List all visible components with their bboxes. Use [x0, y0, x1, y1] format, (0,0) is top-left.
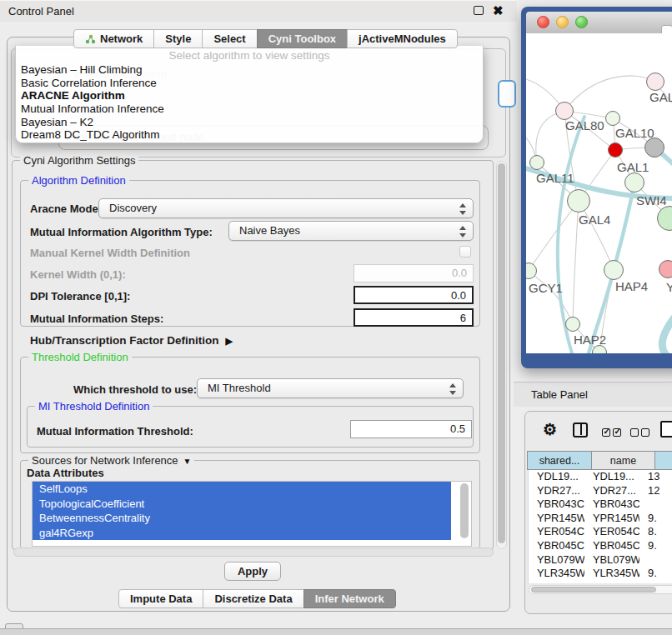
- dropdown-item[interactable]: Bayesian – K2: [16, 116, 483, 129]
- table-row[interactable]: YDR27...YDR27...12: [529, 484, 672, 498]
- mi-algorithm-type-select[interactable]: Naive Bayes: [228, 221, 474, 241]
- attribute-item[interactable]: BetweennessCentrality: [33, 511, 451, 526]
- background-focused-control: [498, 80, 516, 108]
- node-label: HAP2: [574, 332, 606, 347]
- table-row[interactable]: YBR045CYBR045C9.: [529, 539, 672, 553]
- attribute-item[interactable]: gal4RGexp: [33, 526, 451, 541]
- settings-vertical-scrollbar[interactable]: [496, 161, 507, 549]
- close-traffic-icon[interactable]: [537, 16, 549, 28]
- list-scrollbar[interactable]: [460, 483, 469, 542]
- network-node[interactable]: [646, 72, 664, 91]
- column-header[interactable]: A: [654, 451, 672, 470]
- dropdown-item[interactable]: Bayesian – Hill Climbing: [16, 63, 483, 77]
- node-label: GAL: [649, 90, 672, 104]
- mi-threshold-label: Mutual Information Threshold:: [37, 425, 193, 438]
- dropdown-item[interactable]: ARACNE Algorithm: [16, 89, 483, 102]
- table-cell: 9: [639, 581, 672, 583]
- aracne-mode-select[interactable]: Discovery: [98, 198, 474, 218]
- mi-algorithm-type-label: Mutual Information Algorithm Type:: [30, 226, 213, 238]
- attribute-item[interactable]: SelfLoops: [33, 482, 451, 497]
- dpi-tolerance-input[interactable]: 0.0: [354, 286, 474, 304]
- hub-section-toggle[interactable]: Hub/Transcription Factor Definition▶: [30, 334, 233, 347]
- table-row[interactable]: YIL052CYIL052C9: [529, 581, 672, 583]
- table-row[interactable]: YPR145WYPR145W9.: [529, 512, 672, 526]
- network-node[interactable]: [608, 142, 623, 158]
- tab-cyni-toolbox[interactable]: Cyni Toolbox: [257, 29, 348, 48]
- table-cell: YLR345W: [529, 567, 584, 581]
- tab-style[interactable]: Style: [153, 29, 203, 48]
- table-horizontal-scrollbar[interactable]: [529, 585, 672, 594]
- network-node[interactable]: [659, 260, 672, 278]
- network-node[interactable]: [529, 155, 544, 170]
- table-row[interactable]: YDL19...YDL19...13: [529, 470, 672, 484]
- table-cell: 9.: [639, 512, 672, 526]
- hub-section-label: Hub/Transcription Factor Definition: [30, 334, 219, 347]
- which-threshold-select[interactable]: MI Threshold: [197, 378, 464, 398]
- scrollbar-thumb[interactable]: [498, 163, 505, 543]
- network-node[interactable]: [624, 172, 644, 192]
- tab-network[interactable]: Network: [73, 29, 154, 48]
- tab-discretize-data[interactable]: Discretize Data: [203, 589, 303, 608]
- tab-impute-data[interactable]: Impute Data: [118, 589, 203, 608]
- column-header[interactable]: shared...: [527, 451, 592, 470]
- network-node[interactable]: [644, 138, 664, 158]
- table-cell: YBL079W: [529, 553, 584, 568]
- network-window-titlebar[interactable]: [526, 12, 672, 33]
- mi-steps-input[interactable]: 6: [354, 308, 474, 327]
- network-node[interactable]: [555, 102, 574, 120]
- table-cell: YLR345W: [584, 567, 639, 581]
- table-cell: YER054C: [529, 525, 584, 539]
- tab-label: jActiveMNodules: [359, 32, 446, 45]
- stepper-arrows-icon: [459, 225, 466, 238]
- data-attributes-list[interactable]: SelfLoopsTopologicalCoefficientBetweenne…: [32, 481, 472, 547]
- mi-threshold-input[interactable]: 0.5: [350, 420, 472, 438]
- tab-infer-network[interactable]: Infer Network: [303, 589, 396, 608]
- expand-arrow-icon[interactable]: ▶: [226, 336, 233, 347]
- zoom-traffic-icon[interactable]: [575, 16, 588, 28]
- manual-kernel-checkbox[interactable]: [459, 246, 471, 258]
- select-all-checkboxes-icon[interactable]: [602, 425, 624, 440]
- table-row[interactable]: YER054CYER054C8.: [529, 525, 672, 539]
- node-label: SWI4: [636, 193, 667, 208]
- table-cell: YPR145W: [529, 512, 584, 526]
- attribute-item[interactable]: TopologicalCoefficient: [33, 497, 451, 512]
- table-window: ⚙ shared...nameA YDL19...YDL19...13YDR27…: [524, 411, 672, 614]
- table-row[interactable]: YBR043CYBR043C: [529, 498, 672, 512]
- collapse-arrow-icon[interactable]: ▼: [183, 457, 192, 466]
- algorithm-definition-title: Algorithm Definition: [28, 174, 129, 187]
- sources-title: Sources for Network Inference▼: [28, 454, 194, 467]
- dropdown-item[interactable]: Basic Correlation Inference: [16, 77, 483, 90]
- column-header[interactable]: name: [591, 451, 655, 470]
- table-cell: 8.: [639, 525, 672, 539]
- apply-button[interactable]: Apply: [224, 562, 281, 581]
- network-node[interactable]: [605, 111, 620, 126]
- table-body[interactable]: YDL19...YDL19...13YDR27...YDR27...12YBR0…: [528, 470, 672, 583]
- minimize-traffic-icon[interactable]: [556, 16, 569, 28]
- gear-icon[interactable]: ⚙: [543, 422, 557, 438]
- table-cell: [639, 553, 672, 568]
- dropdown-item[interactable]: Mutual Information Inference: [16, 102, 483, 116]
- kernel-width-input[interactable]: 0.0: [354, 264, 474, 282]
- columns-icon[interactable]: [573, 422, 588, 438]
- kernel-width-label: Kernel Width (0,1):: [30, 268, 126, 281]
- close-icon[interactable]: ✖: [493, 1, 504, 21]
- scrollbar-thumb[interactable]: [531, 587, 656, 592]
- network-canvas[interactable]: GALGAL80GAL10GAL1GAL11SWI4GAL4GCY1HAP4YH…: [526, 33, 672, 353]
- file-icon[interactable]: [660, 421, 672, 438]
- table-row[interactable]: YBL079WYBL079W: [529, 553, 672, 568]
- cyni-settings-title: Cyni Algorithm Settings: [20, 154, 138, 167]
- node-label: GAL80: [565, 118, 604, 132]
- table-row[interactable]: YLR345WYLR345W9.: [529, 567, 672, 581]
- scrollbar-thumb[interactable]: [460, 483, 469, 538]
- tab-jactivemnodules[interactable]: jActiveMNodules: [347, 29, 458, 48]
- network-node[interactable]: [565, 317, 580, 332]
- clear-checkboxes-icon[interactable]: [630, 425, 652, 440]
- network-node[interactable]: [567, 189, 590, 212]
- network-graph-icon: [85, 34, 96, 44]
- table-cell: YBL079W: [584, 553, 639, 568]
- float-window-icon[interactable]: [474, 6, 484, 15]
- network-node[interactable]: [604, 260, 624, 280]
- settings-horizontal-scrollbar[interactable]: [13, 548, 494, 557]
- tab-select[interactable]: Select: [202, 29, 257, 48]
- dropdown-item[interactable]: Dream8 DC_TDC Algorithm: [16, 128, 483, 142]
